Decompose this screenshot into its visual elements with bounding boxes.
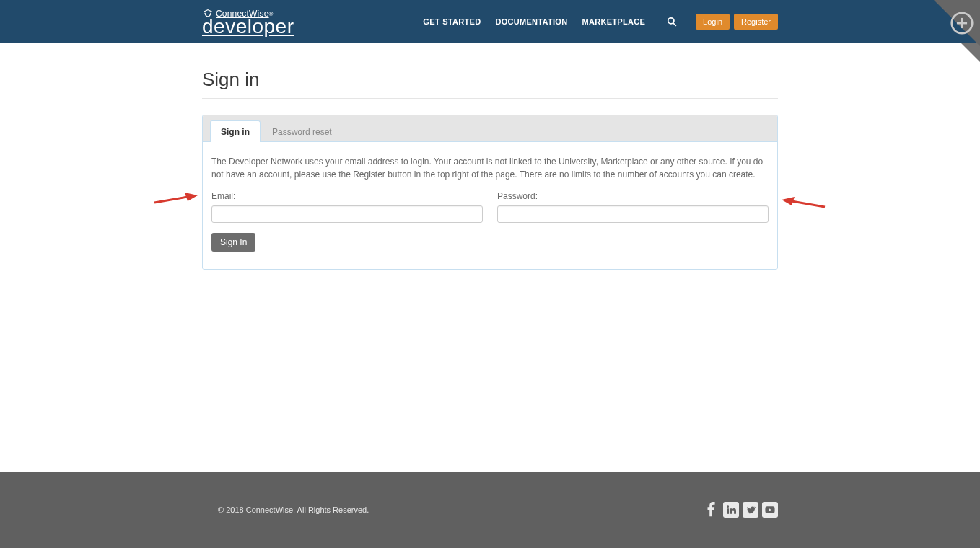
nav-documentation[interactable]: DOCUMENTATION [495, 17, 567, 26]
primary-nav: GET STARTED DOCUMENTATION MARKETPLACE Lo… [423, 14, 778, 30]
panel-body: The Developer Network uses your email ad… [203, 142, 777, 269]
linkedin-icon[interactable] [723, 502, 739, 518]
brand-logo[interactable]: ConnectWise® developer [202, 6, 294, 35]
form-row: Email: Password: [211, 191, 769, 223]
facebook-icon[interactable] [704, 502, 719, 518]
tab-bar: Sign in Password reset [203, 115, 777, 142]
svg-point-0 [668, 17, 674, 23]
tab-password-reset[interactable]: Password reset [261, 120, 343, 142]
email-field[interactable] [211, 206, 483, 223]
signin-panel: Sign in Password reset The Developer Net… [202, 115, 778, 270]
nav-get-started[interactable]: GET STARTED [423, 17, 481, 26]
copyright-text: © 2018 ConnectWise. All Rights Reserved. [218, 505, 369, 514]
email-column: Email: [211, 191, 483, 223]
auth-buttons: Login Register [696, 14, 778, 30]
svg-line-1 [673, 22, 676, 25]
youtube-icon[interactable] [762, 502, 778, 518]
brand-bottom-text: developer [202, 17, 294, 35]
plus-circle-icon [950, 11, 974, 37]
corner-widget[interactable] [918, 0, 980, 62]
main-content: Sign in Sign in Password reset The Devel… [202, 43, 778, 472]
login-button[interactable]: Login [696, 14, 730, 30]
site-header: ConnectWise® developer GET STARTED DOCUM… [0, 0, 980, 43]
tab-signin[interactable]: Sign in [210, 120, 261, 142]
search-icon[interactable] [667, 17, 677, 27]
page-title: Sign in [202, 68, 778, 99]
help-text: The Developer Network uses your email ad… [211, 155, 769, 181]
password-label: Password: [497, 191, 769, 201]
footer-inner: © 2018 ConnectWise. All Rights Reserved. [202, 502, 778, 518]
header-inner: ConnectWise® developer GET STARTED DOCUM… [202, 0, 778, 43]
svg-line-2 [154, 197, 188, 203]
signin-button[interactable]: Sign In [211, 233, 255, 252]
svg-marker-3 [185, 193, 198, 201]
password-field[interactable] [497, 206, 769, 223]
svg-marker-5 [782, 197, 795, 206]
register-button[interactable]: Register [734, 14, 778, 30]
annotation-arrow-left [153, 193, 198, 207]
svg-rect-9 [727, 508, 729, 514]
email-label: Email: [211, 191, 483, 201]
annotation-arrow-right [782, 197, 826, 211]
site-footer: © 2018 ConnectWise. All Rights Reserved. [0, 472, 980, 548]
svg-line-4 [792, 201, 825, 207]
password-column: Password: [497, 191, 769, 223]
nav-marketplace[interactable]: MARKETPLACE [582, 17, 645, 26]
social-links [704, 502, 778, 518]
svg-point-10 [727, 505, 729, 508]
twitter-icon[interactable] [743, 502, 758, 518]
